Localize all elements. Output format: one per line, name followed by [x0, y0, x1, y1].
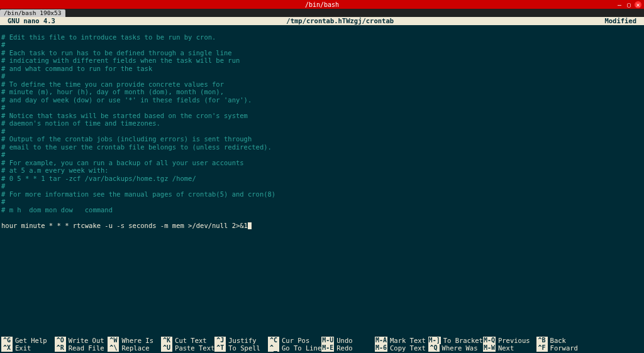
shortcut-paste-text[interactable]: ^UPaste Text — [161, 344, 214, 352]
shortcut-label: Back — [550, 337, 566, 344]
window-title: /bin/bash — [305, 1, 339, 8]
comment-line: # — [1, 104, 5, 111]
comment-line: # 0 5 * * 1 tar -zcf /var/backups/home.t… — [1, 175, 196, 182]
shortcut-where-was[interactable]: ^QWhere Was — [428, 344, 483, 352]
comment-line: # Output of the crontab jobs (including … — [1, 135, 252, 143]
comment-line: # — [1, 182, 5, 190]
shortcut-where-is[interactable]: ^WWhere Is — [108, 337, 161, 344]
shortcut-key: M-6 — [375, 344, 387, 352]
shortcut-label: Write Out — [69, 337, 104, 344]
comment-line: # — [1, 198, 5, 205]
shortcut-back[interactable]: ^BBack — [536, 337, 590, 344]
comment-line: # Notice that tasks will be started base… — [1, 112, 248, 119]
comment-line: # For more information see the manual pa… — [1, 190, 275, 198]
shortcut-label: Cur Pos — [282, 337, 309, 344]
window-controls: — ▢ ✕ — [616, 1, 641, 8]
shortcut-get-help[interactable]: ^GGet Help — [1, 337, 55, 344]
shortcut-key: M-A — [375, 337, 387, 344]
tab-bar: /bin/bash 190x53 — [0, 9, 644, 17]
shortcut-cut-text[interactable]: ^KCut Text — [161, 337, 214, 344]
shortcut-label: Go To Line — [282, 344, 321, 352]
shortcut-label: Next — [498, 344, 514, 352]
comment-line: # and what command to run for the task — [1, 65, 152, 72]
shortcut-label: Copy Text — [390, 344, 426, 352]
shortcut-key: ^X — [1, 344, 13, 352]
shortcut-forward[interactable]: ^FForward — [536, 344, 590, 352]
editor-content[interactable]: # Edit this file to introduce tasks to b… — [0, 25, 644, 229]
comment-line: # — [1, 151, 5, 158]
shortcut-label: Previous — [498, 337, 530, 344]
shortcut-mark-text[interactable]: M-AMark Text — [375, 337, 428, 344]
minimize-icon[interactable]: — — [616, 1, 623, 8]
shortcut-replace[interactable]: ^\Replace — [108, 344, 161, 352]
shortcut-key: M-W — [483, 344, 496, 352]
comment-line: # indicating with different fields when … — [1, 57, 240, 64]
shortcut-label: Paste Text — [175, 344, 214, 352]
comment-line: # Edit this file to introduce tasks to b… — [1, 33, 216, 41]
shortcut-to-spell[interactable]: ^TTo Spell — [214, 344, 268, 352]
nano-app-name: GNU nano 4.3 — [0, 17, 75, 25]
shortcut-key: ^J — [214, 337, 226, 344]
comment-line: # — [1, 41, 5, 48]
comment-line: # minute (m), hour (h), day of month (do… — [1, 88, 224, 95]
shortcut-label: Replace — [121, 344, 149, 352]
shortcut-key: ^O — [55, 337, 66, 344]
shortcut-key: M-E — [321, 344, 334, 352]
shortcut-key: ^W — [108, 337, 119, 344]
shortcut-key: ^\ — [108, 344, 119, 352]
shortcut-copy-text[interactable]: M-6Copy Text — [375, 344, 428, 352]
shortcut-label: Exit — [15, 344, 31, 352]
shortcut-justify[interactable]: ^JJustify — [214, 337, 268, 344]
shortcut-write-out[interactable]: ^OWrite Out — [55, 337, 108, 344]
comment-line: # email to the user the crontab file bel… — [1, 143, 272, 151]
shortcut-key: ^F — [536, 344, 548, 352]
shortcut-label: Undo — [336, 337, 352, 344]
shortcut-label: Read File — [69, 344, 104, 352]
shortcut-cur-pos[interactable]: ^CCur Pos — [268, 337, 321, 344]
shortcut-label: Forward — [550, 344, 578, 352]
shortcut-read-file[interactable]: ^RRead File — [55, 344, 108, 352]
comment-line: # m h dom mon dow command — [1, 206, 113, 214]
shortcut-label: Where Is — [121, 337, 153, 344]
shortcut-key: ^_ — [268, 344, 279, 352]
comment-line: # daemon's notion of time and timezones. — [1, 119, 160, 127]
shortcut-key: ^G — [1, 337, 13, 344]
comment-line: # at 5 a.m every week with: — [1, 166, 109, 174]
shortcut-label: Where Was — [442, 344, 478, 352]
shortcut-exit[interactable]: ^XExit — [1, 344, 55, 352]
shortcut-label: Get Help — [15, 337, 47, 344]
shortcut-key: M-] — [428, 337, 441, 344]
shortcut-redo[interactable]: M-ERedo — [321, 344, 375, 352]
maximize-icon[interactable]: ▢ — [625, 1, 633, 8]
comment-line: # For example, you can run a backup of a… — [1, 159, 244, 166]
shortcut-key: ^U — [161, 344, 172, 352]
shortcut-label: Justify — [228, 337, 256, 344]
shortcut-to-bracket[interactable]: M-]To Bracket — [428, 337, 483, 344]
nano-titlebar: GNU nano 4.3 /tmp/crontab.hTWzgj/crontab… — [0, 17, 644, 25]
terminal-tab[interactable]: /bin/bash 190x53 — [0, 9, 65, 17]
nano-modified-status: Modified — [604, 17, 644, 25]
user-cron-line: hour minute * * * rtcwake -u -s seconds … — [1, 222, 248, 229]
shortcut-key: M-Q — [483, 337, 496, 344]
shortcut-label: To Bracket — [443, 337, 483, 344]
comment-line: # Each task to run has to be defined thr… — [1, 49, 232, 57]
shortcut-previous[interactable]: M-QPrevious — [483, 337, 536, 344]
shortcut-key: M-U — [321, 337, 334, 344]
nano-filename: /tmp/crontab.hTWzgj/crontab — [75, 17, 604, 25]
comment-line: # To define the time you can provide con… — [1, 80, 224, 88]
shortcut-key: ^R — [55, 344, 66, 352]
shortcut-label: To Spell — [228, 344, 260, 352]
shortcut-key: ^Q — [428, 344, 440, 352]
comment-line: # and day of week (dow) or use '*' in th… — [1, 96, 252, 104]
shortcut-label: Cut Text — [175, 337, 207, 344]
shortcut-key: ^T — [214, 344, 226, 352]
comment-line: # — [1, 128, 5, 135]
shortcut-undo[interactable]: M-UUndo — [321, 337, 375, 344]
text-cursor — [248, 222, 252, 229]
window-titlebar: /bin/bash — ▢ ✕ — [0, 0, 644, 9]
shortcut-bar: ^GGet Help ^XExit ^OWrite Out ^RRead Fil… — [0, 337, 644, 353]
shortcut-key: ^K — [161, 337, 172, 344]
close-icon[interactable]: ✕ — [635, 1, 641, 8]
shortcut-go-to-line[interactable]: ^_Go To Line — [268, 344, 321, 352]
shortcut-next[interactable]: M-WNext — [483, 344, 536, 352]
